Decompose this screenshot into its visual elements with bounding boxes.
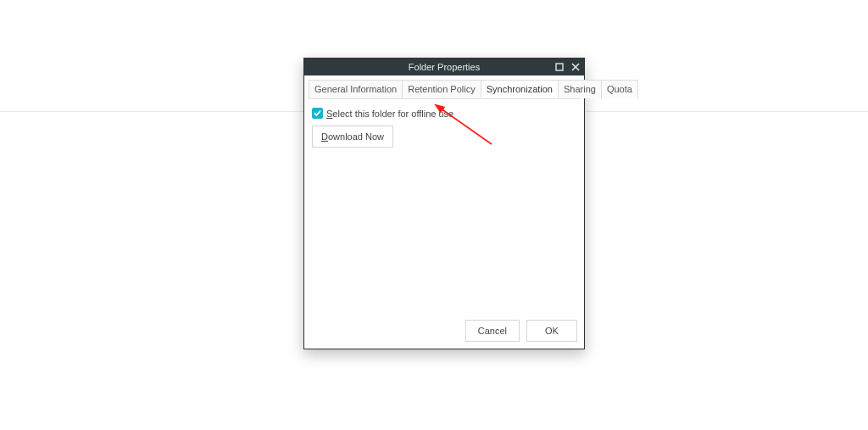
tab-label: Retention Policy [408,84,476,94]
tab-label: Synchronization [487,84,553,94]
titlebar[interactable]: Folder Properties [304,59,584,75]
offline-use-checkbox[interactable] [312,108,323,119]
dialog-footer: Cancel OK [304,313,584,349]
close-icon[interactable] [569,60,582,74]
svg-rect-0 [556,64,563,70]
tabs: General Information Retention Policy Syn… [304,75,584,98]
tab-label: Quota [607,84,632,94]
titlebar-buttons [553,59,582,75]
tab-sharing[interactable]: Sharing [558,80,602,98]
offline-use-label[interactable]: Select this folder for offline use [326,109,453,119]
tab-label: Sharing [564,84,596,94]
tab-quota[interactable]: Quota [601,80,638,98]
offline-use-row: Select this folder for offline use [312,108,576,119]
offline-use-label-text: elect this folder for offline use [332,109,453,119]
download-now-button[interactable]: Download Now [312,126,393,148]
cancel-button[interactable]: Cancel [465,320,520,342]
window-title: Folder Properties [409,62,480,72]
download-now-label: ownload Now [328,131,384,142]
ok-button[interactable]: OK [526,320,577,342]
tab-synchronization[interactable]: Synchronization [481,80,559,98]
tab-label: General Information [314,84,397,94]
tabpanel-synchronization: Select this folder for offline use Downl… [309,98,580,313]
tab-retention-policy[interactable]: Retention Policy [402,80,481,98]
folder-properties-dialog: Folder Properties General Information Re… [303,58,585,349]
mnemonic-d: D [321,131,328,142]
tab-general-information[interactable]: General Information [309,80,403,98]
maximize-icon[interactable] [553,60,566,74]
